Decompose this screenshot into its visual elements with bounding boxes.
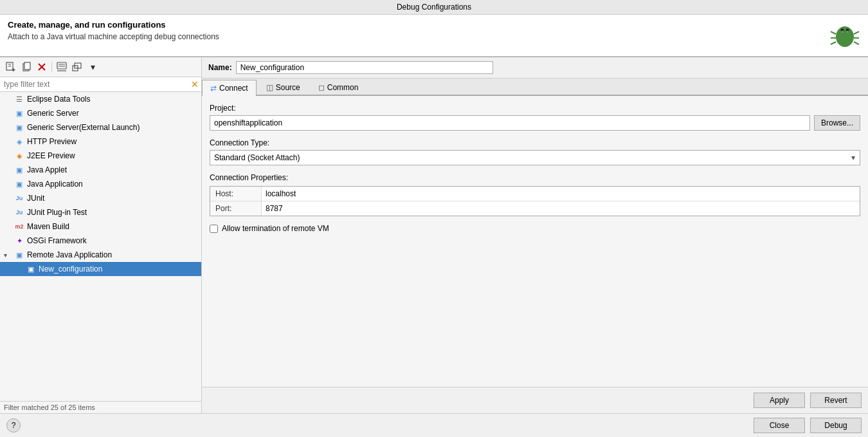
java-applet-icon: ▣ xyxy=(14,165,24,175)
svg-line-9 xyxy=(854,42,859,44)
common-tab-label: Common xyxy=(327,83,359,92)
left-toolbar: ▾ xyxy=(0,57,201,77)
tabs: ⇄ Connect ◫ Source ◻ Common xyxy=(202,79,868,96)
tree-item-http-preview[interactable]: ◈ HTTP Preview xyxy=(0,135,201,149)
generic-server-icon: ▣ xyxy=(14,108,24,118)
host-label: Host: xyxy=(210,187,262,201)
connection-type-label: Connection Type: xyxy=(210,138,860,147)
dropdown-button[interactable]: ▾ xyxy=(86,60,100,74)
revert-button[interactable]: Revert xyxy=(810,393,862,408)
host-input[interactable] xyxy=(266,189,856,198)
project-row: Browse... xyxy=(210,115,860,131)
allow-termination-label: Allow termination of remote VM xyxy=(222,224,329,233)
name-label: Name: xyxy=(208,63,232,72)
help-button[interactable]: ? xyxy=(6,418,21,432)
tree-item-label: Generic Server xyxy=(27,109,79,118)
allow-termination-checkbox[interactable] xyxy=(210,225,218,233)
filter-status: Filter matched 25 of 25 items xyxy=(0,401,201,413)
title-text: Debug Configurations xyxy=(397,3,471,12)
connect-tab-content: Project: Browse... Connection Type: Stan… xyxy=(202,96,868,387)
duplicate-config-button[interactable] xyxy=(19,60,33,74)
maven-build-icon: m2 xyxy=(14,221,24,232)
left-panel: ▾ ✕ ☰ Eclipse Data Tools ▣ Generic Serve… xyxy=(0,57,202,413)
footer-right: Close Debug xyxy=(754,418,862,433)
new-configuration-icon: ▣ xyxy=(26,264,36,274)
connection-properties-group: Connection Properties: Host: Port: xyxy=(210,173,860,216)
project-label: Project: xyxy=(210,104,860,113)
name-input[interactable] xyxy=(236,61,493,74)
connection-properties-table: Host: Port: xyxy=(210,186,860,216)
connect-tab-label: Connect xyxy=(219,84,248,93)
tree-item-label: Maven Build xyxy=(27,222,69,231)
source-tab-icon: ◫ xyxy=(266,83,273,92)
bug-icon xyxy=(829,20,860,51)
tree-item-remote-java-application[interactable]: ▾ ▣ Remote Java Application xyxy=(0,248,201,262)
host-row: Host: xyxy=(210,187,860,201)
delete-config-button[interactable] xyxy=(35,60,49,74)
tab-source[interactable]: ◫ Source xyxy=(258,80,309,95)
osgi-framework-icon: ✦ xyxy=(14,236,24,246)
port-row: Port: xyxy=(210,201,860,216)
clear-search-icon[interactable]: ✕ xyxy=(191,79,199,89)
tree-item-generic-server-external[interactable]: ▣ Generic Server(External Launch) xyxy=(0,120,201,135)
tree-item-label: Eclipse Data Tools xyxy=(27,95,91,104)
tree-item-label: Java Applet xyxy=(27,165,67,174)
close-button[interactable]: Close xyxy=(754,418,805,433)
collapse-all-button[interactable] xyxy=(70,60,84,74)
apply-button[interactable]: Apply xyxy=(754,393,805,408)
j2ee-preview-icon: ◈ xyxy=(14,151,24,161)
tree-item-java-application[interactable]: ▣ Java Application xyxy=(0,177,201,191)
filter-button[interactable] xyxy=(55,60,69,74)
tree-item-maven-build[interactable]: m2 Maven Build xyxy=(0,219,201,234)
source-tab-label: Source xyxy=(276,83,300,92)
tab-common[interactable]: ◻ Common xyxy=(310,80,367,95)
tree-item-label: New_configuration xyxy=(39,265,102,274)
search-input[interactable] xyxy=(0,77,201,91)
svg-line-7 xyxy=(854,32,859,34)
tree-item-new-configuration[interactable]: ▣ New_configuration xyxy=(0,262,201,276)
title-bar: Debug Configurations xyxy=(0,0,868,15)
connection-properties-label: Connection Properties: xyxy=(210,173,860,182)
main-content: ▾ ✕ ☰ Eclipse Data Tools ▣ Generic Serve… xyxy=(0,57,868,413)
remote-java-app-icon: ▣ xyxy=(14,250,24,260)
tree-item-label: JUnit Plug-in Test xyxy=(27,208,87,217)
debug-button[interactable]: Debug xyxy=(810,418,862,433)
expand-icon-remote: ▾ xyxy=(4,252,12,259)
toolbar-separator-1 xyxy=(51,62,52,72)
tree-item-java-applet[interactable]: ▣ Java Applet xyxy=(0,163,201,177)
svg-rect-21 xyxy=(57,62,66,69)
tree-item-junit-plugin[interactable]: Ju JUnit Plug-in Test xyxy=(0,205,201,219)
svg-point-10 xyxy=(841,31,844,33)
dialog-header: Create, manage, and run configurations A… xyxy=(0,15,868,57)
tree-item-junit[interactable]: Ju JUnit xyxy=(0,191,201,205)
right-panel: Name: ⇄ Connect ◫ Source ◻ Common Projec… xyxy=(202,57,868,413)
common-tab-icon: ◻ xyxy=(318,83,325,92)
tree-item-generic-server[interactable]: ▣ Generic Server xyxy=(0,106,201,120)
connection-type-group: Connection Type: Standard (Socket Attach… xyxy=(210,138,860,165)
port-label: Port: xyxy=(210,201,262,216)
eclipse-data-tools-icon: ☰ xyxy=(14,94,24,104)
header-title: Create, manage, and run configurations xyxy=(8,20,219,30)
tree-item-j2ee-preview[interactable]: ◈ J2EE Preview xyxy=(0,149,201,163)
project-input[interactable] xyxy=(210,115,810,131)
tree-item-label: Java Application xyxy=(27,180,83,189)
svg-line-4 xyxy=(831,32,836,34)
tree-item-label: JUnit xyxy=(27,194,44,203)
header-text-block: Create, manage, and run configurations A… xyxy=(8,20,219,41)
generic-server-external-icon: ▣ xyxy=(14,122,24,133)
svg-point-11 xyxy=(846,31,849,33)
java-application-icon: ▣ xyxy=(14,179,24,189)
tree-item-osgi-framework[interactable]: ✦ OSGi Framework xyxy=(0,234,201,248)
host-value-cell xyxy=(262,187,860,201)
new-config-button[interactable] xyxy=(4,60,18,74)
connection-type-select[interactable]: Standard (Socket Attach) Socket Listen S… xyxy=(210,150,860,165)
name-row: Name: xyxy=(202,57,868,79)
port-input[interactable] xyxy=(266,204,856,213)
browse-button[interactable]: Browse... xyxy=(814,115,860,131)
tree-item-label: J2EE Preview xyxy=(27,151,75,160)
tree-item-eclipse-data-tools[interactable]: ☰ Eclipse Data Tools xyxy=(0,92,201,106)
tree-item-label: HTTP Preview xyxy=(27,137,77,146)
tab-connect[interactable]: ⇄ Connect xyxy=(202,80,257,96)
port-value-cell xyxy=(262,201,860,216)
svg-rect-18 xyxy=(24,62,30,70)
